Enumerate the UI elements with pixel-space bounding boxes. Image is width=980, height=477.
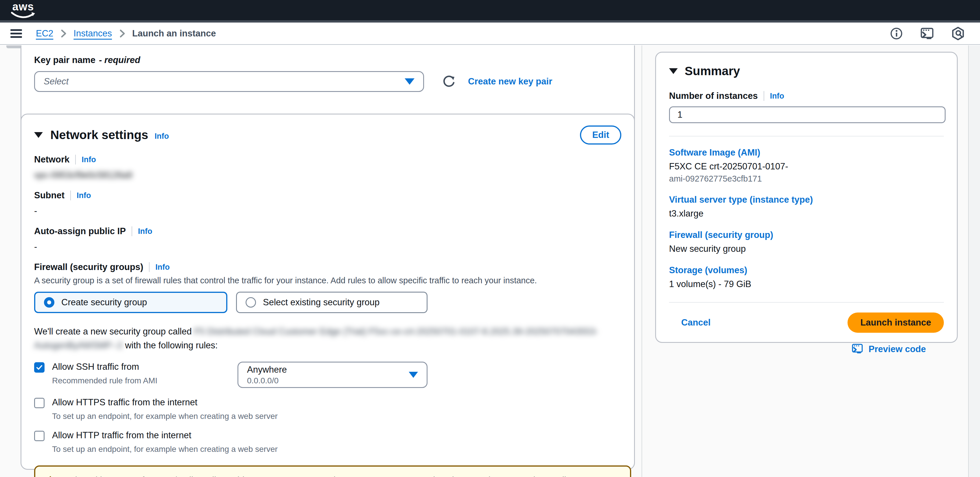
- aws-smile-icon: [11, 11, 36, 19]
- open-cidr-warning: Rules with source of 0.0.0.0/0 allow all…: [34, 466, 631, 477]
- topbar-tools: [890, 26, 970, 41]
- divider: [75, 155, 76, 165]
- summary-storage-section: Storage (volumes) 1 volume(s) - 79 GiB: [669, 265, 944, 289]
- chevron-right-icon: [60, 29, 67, 38]
- number-of-instances-label: Number of instances: [669, 91, 758, 101]
- number-of-instances-input[interactable]: [669, 106, 946, 123]
- firewall-value: New security group: [669, 244, 944, 254]
- http-rule-label: Allow HTTP traffic from the internet: [52, 430, 278, 441]
- refresh-icon[interactable]: [442, 74, 456, 89]
- collapse-triangle-icon[interactable]: [34, 132, 43, 138]
- key-pair-select-placeholder: Select: [44, 76, 68, 87]
- summary-instance-type-section: Virtual server type (instance type) t3.x…: [669, 195, 944, 219]
- firewall-field: Firewall (security groups) Info A securi…: [34, 262, 621, 285]
- auto-assign-ip-label: Auto-assign public IP: [34, 226, 126, 236]
- radio-select-existing-security-group[interactable]: Select existing security group: [236, 292, 428, 313]
- radio-select-existing-label: Select existing security group: [263, 297, 380, 307]
- edit-button[interactable]: Edit: [580, 125, 621, 144]
- divider: [70, 190, 71, 200]
- ssh-checkbox[interactable]: [34, 362, 45, 372]
- summary-title: Summary: [685, 64, 740, 78]
- https-rule-label: Allow HTTPS traffic from the internet: [52, 397, 278, 407]
- breadcrumb-link-ec2[interactable]: EC2: [36, 29, 53, 39]
- breadcrumb: EC2 Instances Launch an instance: [36, 29, 216, 39]
- ssh-rule-sub: Recommended rule from AMI: [52, 376, 158, 385]
- collapse-triangle-icon[interactable]: [669, 68, 678, 74]
- summary-ami-section: Software Image (AMI) F5XC CE crt-2025070…: [669, 147, 944, 184]
- breadcrumb-bar: EC2 Instances Launch an instance: [0, 22, 980, 45]
- divider: [669, 136, 944, 136]
- topbar-secondary-strip: [0, 20, 980, 22]
- network-info-link[interactable]: Info: [81, 155, 96, 164]
- key-pair-required: - required: [99, 55, 140, 65]
- ssh-source-value: Anywhere: [247, 364, 287, 375]
- key-pair-select[interactable]: Select: [34, 71, 424, 92]
- aws-console-topbar: aws: [0, 0, 980, 20]
- https-checkbox[interactable]: [34, 398, 45, 408]
- info-icon[interactable]: [890, 27, 903, 40]
- divider: [764, 91, 764, 101]
- content-area: Key pair name - required Select Create n…: [0, 45, 980, 477]
- subnet-value: -: [34, 206, 621, 216]
- rule-ssh: Allow SSH traffic from Recommended rule …: [34, 362, 621, 388]
- divider: [132, 227, 132, 236]
- ami-name: F5XC CE crt-20250701-0107-: [669, 161, 944, 172]
- breadcrumb-link-instances[interactable]: Instances: [73, 29, 112, 39]
- aws-logo[interactable]: aws: [9, 2, 37, 19]
- radio-create-security-group[interactable]: Create security group: [34, 292, 228, 313]
- https-rule-sub: To set up an endpoint, for example when …: [52, 412, 278, 421]
- hamburger-menu-icon[interactable]: [10, 29, 22, 38]
- rule-https: Allow HTTPS traffic from the internet To…: [34, 397, 621, 421]
- network-settings-title: Network settings: [50, 128, 148, 142]
- subnet-label: Subnet: [34, 190, 65, 201]
- warning-text: Rules with source of 0.0.0.0/0 allow all…: [64, 474, 601, 477]
- divider: [149, 262, 150, 272]
- cloudshell-icon[interactable]: [920, 26, 934, 41]
- software-image-link[interactable]: Software Image (AMI): [669, 147, 760, 158]
- network-value-redacted: vpc-0953cf9e0c58126a9: [34, 170, 621, 181]
- breadcrumb-current: Launch an instance: [132, 29, 216, 39]
- security-group-sentence: We'll create a new security group called…: [34, 325, 616, 352]
- subnet-info-link[interactable]: Info: [76, 191, 91, 200]
- preview-code-button[interactable]: Preview code: [669, 342, 944, 356]
- ssh-rule-label: Allow SSH traffic from: [52, 362, 158, 372]
- preview-code-label: Preview code: [869, 344, 926, 355]
- chevron-right-icon: [118, 29, 126, 38]
- storage-value: 1 volume(s) - 79 GiB: [669, 279, 944, 289]
- sg-name-redacted-2: AutogenByAWSMP--2: [34, 340, 123, 350]
- divider: [669, 302, 944, 303]
- instance-type-link[interactable]: Virtual server type (instance type): [669, 195, 813, 205]
- sg-name-redacted-1: F5 Distributed Cloud Customer Edge (Tria…: [194, 326, 598, 336]
- network-settings-info-link[interactable]: Info: [154, 132, 169, 141]
- security-group-radio-group: Create security group Select existing se…: [34, 292, 621, 313]
- ssh-source-select[interactable]: Anywhere 0.0.0.0/0: [237, 362, 428, 388]
- network-field: Network Info vpc-0953cf9e0c58126a9: [34, 154, 621, 181]
- amazon-q-icon[interactable]: [951, 27, 965, 40]
- auto-assign-ip-value: -: [34, 242, 621, 252]
- warning-icon: [44, 475, 57, 477]
- summary-panel: Summary Number of instances Info Softwar…: [655, 52, 958, 343]
- subnet-field: Subnet Info -: [34, 190, 621, 216]
- firewall-info-link[interactable]: Info: [155, 263, 170, 272]
- column-divider: [641, 45, 642, 477]
- aws-logo-text: aws: [13, 2, 34, 11]
- create-new-key-pair-link[interactable]: Create new key pair: [468, 76, 552, 87]
- ec2-launch-instance-page: aws EC2 Instances Launch an instance: [0, 0, 980, 477]
- close-icon[interactable]: [611, 476, 621, 477]
- right-side-rail: [968, 45, 980, 477]
- cancel-button[interactable]: Cancel: [681, 317, 711, 328]
- number-of-instances-info-link[interactable]: Info: [770, 92, 784, 101]
- rule-http: Allow HTTP traffic from the internet To …: [34, 430, 621, 454]
- http-rule-sub: To set up an endpoint, for example when …: [52, 445, 278, 454]
- auto-assign-ip-info-link[interactable]: Info: [138, 227, 152, 236]
- check-icon: [36, 364, 43, 371]
- radio-create-security-group-label: Create security group: [61, 297, 147, 307]
- http-checkbox[interactable]: [34, 431, 45, 441]
- firewall-link[interactable]: Firewall (security group): [669, 230, 773, 240]
- sg-sentence-prefix: We'll create a new security group called: [34, 326, 192, 336]
- ssh-source-cidr: 0.0.0.0/0: [247, 376, 287, 385]
- launch-instance-button[interactable]: Launch instance: [848, 312, 944, 333]
- network-settings-card: Network settings Info Edit Network Info …: [21, 114, 635, 470]
- storage-link[interactable]: Storage (volumes): [669, 265, 747, 275]
- instance-type-value: t3.xlarge: [669, 208, 944, 219]
